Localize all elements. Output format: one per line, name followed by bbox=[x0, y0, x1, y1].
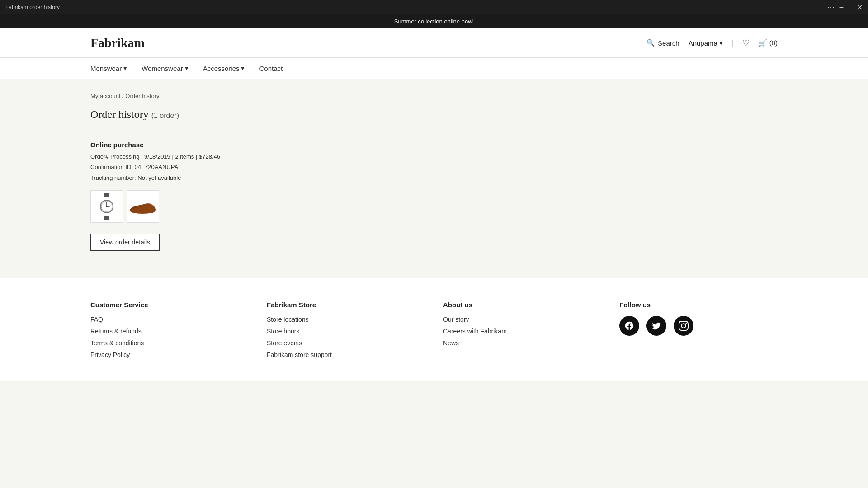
footer-link-returns[interactable]: Returns & refunds bbox=[90, 328, 142, 335]
svg-point-5 bbox=[106, 206, 108, 207]
footer-follow-us: Follow us bbox=[619, 301, 778, 363]
list-item: Fabrikam store support bbox=[267, 351, 425, 358]
tracking-value: Not yet available bbox=[137, 174, 181, 181]
list-item: Returns & refunds bbox=[90, 328, 249, 335]
order-card: Online purchase Order# Processing | 9/18… bbox=[90, 141, 778, 251]
list-item: Our story bbox=[443, 316, 601, 323]
product-image-watch bbox=[90, 190, 123, 223]
cart-icon[interactable]: 🛒 (0) bbox=[759, 39, 778, 47]
chevron-down-icon: ▾ bbox=[719, 39, 723, 47]
breadcrumb-current: Order history bbox=[125, 93, 159, 99]
order-status-line: Order# Processing | 9/18/2019 | 2 items … bbox=[90, 151, 778, 162]
footer-link-terms[interactable]: Terms & conditions bbox=[90, 339, 144, 347]
list-item: Terms & conditions bbox=[90, 339, 249, 347]
order-items: 2 items bbox=[175, 153, 194, 160]
footer-fabrikam-store: Fabrikam Store Store locations Store hou… bbox=[267, 301, 425, 363]
view-order-details-button[interactable]: View order details bbox=[90, 234, 160, 251]
footer-customer-service: Customer Service FAQ Returns & refunds T… bbox=[90, 301, 249, 363]
footer-link-privacy[interactable]: Privacy Policy bbox=[90, 351, 130, 358]
footer-link-store-locations[interactable]: Store locations bbox=[267, 316, 309, 323]
instagram-icon[interactable] bbox=[674, 316, 693, 336]
browser-minimize-icon[interactable]: – bbox=[839, 3, 843, 12]
order-images bbox=[90, 190, 778, 223]
list-item: Careers with Fabrikam bbox=[443, 328, 601, 335]
list-item: Store locations bbox=[267, 316, 425, 323]
instagram-svg bbox=[679, 321, 689, 331]
footer-grid: Customer Service FAQ Returns & refunds T… bbox=[90, 301, 778, 363]
shoe-product-icon bbox=[128, 197, 157, 216]
site-logo[interactable]: Fabrikam bbox=[90, 36, 145, 50]
chevron-down-icon: ▾ bbox=[185, 64, 189, 72]
user-label: Anupama bbox=[689, 39, 717, 47]
header-divider: | bbox=[732, 39, 734, 47]
twitter-icon[interactable] bbox=[646, 316, 666, 336]
order-date: 9/18/2019 bbox=[144, 153, 170, 160]
footer-about-heading: About us bbox=[443, 301, 601, 309]
list-item: Store events bbox=[267, 339, 425, 347]
order-tracking: Tracking number: Not yet available bbox=[90, 173, 778, 183]
watch-product-icon bbox=[96, 193, 118, 220]
wishlist-icon[interactable]: ♡ bbox=[742, 38, 750, 48]
footer-about-links: Our story Careers with Fabrikam News bbox=[443, 316, 601, 347]
footer-store-links: Store locations Store hours Store events… bbox=[267, 316, 425, 358]
footer-cs-links: FAQ Returns & refunds Terms & conditions… bbox=[90, 316, 249, 358]
order-confirmation: Confirmation ID: 04F720AANUPA bbox=[90, 162, 778, 172]
footer-store-heading: Fabrikam Store bbox=[267, 301, 425, 309]
order-type: Online purchase bbox=[90, 141, 778, 149]
search-button[interactable]: 🔍 Search bbox=[646, 39, 679, 47]
footer-cs-heading: Customer Service bbox=[90, 301, 249, 309]
nav-item-contact[interactable]: Contact bbox=[259, 58, 283, 79]
svg-rect-6 bbox=[104, 216, 109, 220]
chevron-down-icon: ▾ bbox=[123, 64, 127, 72]
footer-about-us: About us Our story Careers with Fabrikam… bbox=[443, 301, 601, 363]
section-divider bbox=[90, 130, 778, 130]
main-content: My account / Order history Order history… bbox=[0, 79, 868, 278]
user-menu[interactable]: Anupama ▾ bbox=[689, 39, 723, 47]
browser-maximize-icon[interactable]: □ bbox=[848, 3, 852, 12]
nav-item-accessories[interactable]: Accessories ▾ bbox=[203, 58, 245, 79]
site-footer: Customer Service FAQ Returns & refunds T… bbox=[0, 278, 868, 381]
confirmation-id: 04F720AANUPA bbox=[135, 164, 179, 170]
browser-menu-icon[interactable]: ⋯ bbox=[827, 3, 835, 12]
facebook-icon[interactable] bbox=[619, 316, 639, 336]
order-total: $728.46 bbox=[199, 153, 220, 160]
order-status: Processing bbox=[110, 153, 139, 160]
nav-item-womenswear[interactable]: Womenswear ▾ bbox=[142, 58, 188, 79]
chevron-down-icon: ▾ bbox=[241, 64, 245, 72]
page-title: Order history (1 order) bbox=[90, 108, 778, 121]
twitter-svg bbox=[651, 321, 661, 331]
footer-link-store-events[interactable]: Store events bbox=[267, 339, 302, 347]
facebook-svg bbox=[624, 321, 634, 331]
announcement-text: Summer collection online now! bbox=[394, 18, 474, 25]
search-label: Search bbox=[658, 39, 679, 47]
nav-item-menswear[interactable]: Menswear ▾ bbox=[90, 58, 127, 79]
order-meta: Order# Processing | 9/18/2019 | 2 items … bbox=[90, 151, 778, 183]
footer-link-store-support[interactable]: Fabrikam store support bbox=[267, 351, 332, 358]
search-icon: 🔍 bbox=[646, 39, 655, 47]
browser-controls[interactable]: ⋯ – □ ✕ bbox=[827, 3, 863, 12]
site-nav: Menswear ▾ Womenswear ▾ Accessories ▾ Co… bbox=[0, 58, 868, 79]
product-image-shoe bbox=[127, 190, 159, 223]
list-item: News bbox=[443, 339, 601, 347]
header-actions: 🔍 Search Anupama ▾ | ♡ 🛒 (0) bbox=[646, 38, 778, 48]
list-item: Privacy Policy bbox=[90, 351, 249, 358]
list-item: FAQ bbox=[90, 316, 249, 323]
breadcrumb: My account / Order history bbox=[90, 93, 778, 99]
footer-link-faq[interactable]: FAQ bbox=[90, 316, 103, 323]
breadcrumb-my-account[interactable]: My account bbox=[90, 93, 120, 99]
footer-link-store-hours[interactable]: Store hours bbox=[267, 328, 299, 335]
cart-count: (0) bbox=[769, 39, 778, 47]
announcement-bar: Summer collection online now! bbox=[0, 14, 868, 28]
footer-link-careers[interactable]: Careers with Fabrikam bbox=[443, 328, 507, 335]
list-item: Store hours bbox=[267, 328, 425, 335]
browser-close-icon[interactable]: ✕ bbox=[857, 3, 863, 12]
svg-rect-0 bbox=[104, 193, 109, 197]
social-icons bbox=[619, 316, 778, 336]
footer-link-our-story[interactable]: Our story bbox=[443, 316, 469, 323]
footer-follow-heading: Follow us bbox=[619, 301, 778, 309]
order-count: (1 order) bbox=[151, 112, 179, 119]
browser-title: Fabrikam order history bbox=[5, 4, 60, 10]
browser-chrome: Fabrikam order history ⋯ – □ ✕ bbox=[0, 0, 868, 14]
footer-link-news[interactable]: News bbox=[443, 339, 459, 347]
site-header: Fabrikam 🔍 Search Anupama ▾ | ♡ 🛒 (0) bbox=[0, 28, 868, 58]
